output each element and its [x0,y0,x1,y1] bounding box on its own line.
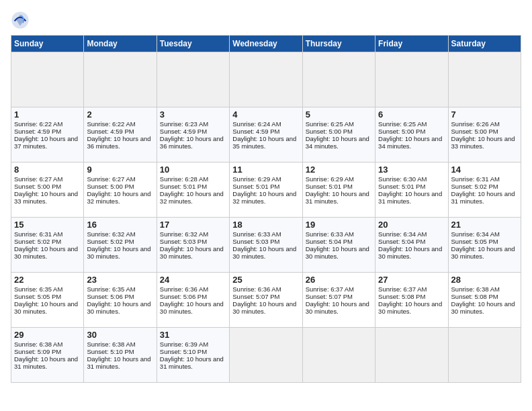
calendar-cell [448,52,521,107]
calendar-cell: 18 Sunrise: 6:33 AM Sunset: 5:03 PM Dayl… [230,218,302,273]
daylight-label: Daylight: 10 hours and 34 minutes. [306,135,369,150]
sunset-label: Sunset: 5:09 PM [14,348,61,355]
column-header-friday: Friday [375,36,448,52]
calendar-cell: 10 Sunrise: 6:28 AM Sunset: 5:01 PM Dayl… [157,163,229,218]
sunset-label: Sunset: 5:01 PM [232,183,279,190]
calendar-cell: 9 Sunrise: 6:27 AM Sunset: 5:00 PM Dayli… [84,163,157,218]
calendar-cell: 2 Sunrise: 6:22 AM Sunset: 4:59 PM Dayli… [84,107,157,163]
sunset-label: Sunset: 5:10 PM [87,348,134,355]
daylight-label: Daylight: 10 hours and 31 minutes. [451,190,515,205]
sunrise-label: Sunrise: 6:29 AM [232,175,281,183]
daylight-label: Daylight: 10 hours and 30 minutes. [160,300,224,315]
calendar-cell: 1 Sunrise: 6:22 AM Sunset: 4:59 PM Dayli… [11,107,84,163]
daylight-label: Daylight: 10 hours and 33 minutes. [451,135,515,150]
sunrise-label: Sunrise: 6:31 AM [14,230,62,238]
sunrise-label: Sunrise: 6:31 AM [451,175,500,183]
sunset-label: Sunset: 4:59 PM [232,128,279,135]
daylight-label: Daylight: 10 hours and 31 minutes. [87,355,150,370]
sunrise-label: Sunrise: 6:38 AM [451,285,500,293]
calendar-cell [230,328,302,383]
day-number: 9 [87,165,153,175]
sunset-label: Sunset: 5:05 PM [14,293,61,300]
sunrise-label: Sunrise: 6:37 AM [306,285,354,293]
sunrise-label: Sunrise: 6:25 AM [378,120,427,128]
sunrise-label: Sunrise: 6:39 AM [160,340,208,348]
calendar-cell [230,52,302,107]
day-number: 28 [451,275,518,285]
page-container: SundayMondayTuesdayWednesdayThursdayFrid… [0,0,532,388]
calendar-cell: 30 Sunrise: 6:38 AM Sunset: 5:10 PM Dayl… [84,328,157,383]
sunrise-label: Sunrise: 6:27 AM [14,175,62,183]
sunrise-label: Sunrise: 6:25 AM [306,120,354,128]
calendar-cell: 13 Sunrise: 6:30 AM Sunset: 5:01 PM Dayl… [375,163,448,218]
calendar-cell: 27 Sunrise: 6:37 AM Sunset: 5:08 PM Dayl… [375,273,448,328]
calendar-cell: 19 Sunrise: 6:33 AM Sunset: 5:04 PM Dayl… [302,218,375,273]
calendar-cell: 21 Sunrise: 6:34 AM Sunset: 5:05 PM Dayl… [448,218,521,273]
daylight-label: Daylight: 10 hours and 30 minutes. [14,245,78,260]
day-number: 7 [451,109,518,120]
daylight-label: Daylight: 10 hours and 30 minutes. [87,300,150,315]
day-number: 20 [378,220,445,230]
sunset-label: Sunset: 5:00 PM [14,183,61,190]
sunset-label: Sunset: 5:03 PM [232,238,279,245]
logo [11,11,32,30]
sunrise-label: Sunrise: 6:34 AM [378,230,427,238]
calendar-cell: 12 Sunrise: 6:29 AM Sunset: 5:01 PM Dayl… [302,163,375,218]
calendar-cell: 29 Sunrise: 6:38 AM Sunset: 5:09 PM Dayl… [11,328,84,383]
calendar-cell: 17 Sunrise: 6:32 AM Sunset: 5:03 PM Dayl… [157,218,229,273]
week-row-1: 1 Sunrise: 6:22 AM Sunset: 4:59 PM Dayli… [11,107,521,163]
sunrise-label: Sunrise: 6:35 AM [87,285,135,293]
sunrise-label: Sunrise: 6:33 AM [306,230,354,238]
week-row-0 [11,52,521,107]
daylight-label: Daylight: 10 hours and 31 minutes. [306,190,369,205]
day-number: 16 [87,220,153,230]
calendar-cell: 11 Sunrise: 6:29 AM Sunset: 5:01 PM Dayl… [230,163,302,218]
calendar-cell: 20 Sunrise: 6:34 AM Sunset: 5:04 PM Dayl… [375,218,448,273]
sunset-label: Sunset: 5:02 PM [451,183,498,190]
sunset-label: Sunset: 5:01 PM [378,183,425,190]
sunset-label: Sunset: 5:00 PM [378,128,425,135]
sunset-label: Sunset: 5:00 PM [451,128,498,135]
sunrise-label: Sunrise: 6:36 AM [232,285,281,293]
calendar-cell [84,52,157,107]
day-number: 17 [160,220,226,230]
day-number: 24 [160,275,226,285]
day-number: 4 [232,109,299,120]
daylight-label: Daylight: 10 hours and 30 minutes. [14,300,78,315]
sunset-label: Sunset: 5:04 PM [378,238,425,245]
sunrise-label: Sunrise: 6:22 AM [14,120,62,128]
sunset-label: Sunset: 5:06 PM [160,293,207,300]
daylight-label: Daylight: 10 hours and 31 minutes. [160,355,224,370]
week-row-4: 22 Sunrise: 6:35 AM Sunset: 5:05 PM Dayl… [11,273,521,328]
daylight-label: Daylight: 10 hours and 32 minutes. [87,190,150,205]
sunrise-label: Sunrise: 6:23 AM [160,120,208,128]
calendar-cell: 28 Sunrise: 6:38 AM Sunset: 5:08 PM Dayl… [448,273,521,328]
sunset-label: Sunset: 5:02 PM [14,238,61,245]
daylight-label: Daylight: 10 hours and 35 minutes. [232,135,296,150]
calendar-cell: 5 Sunrise: 6:25 AM Sunset: 5:00 PM Dayli… [302,107,375,163]
daylight-label: Daylight: 10 hours and 31 minutes. [378,190,442,205]
day-number: 22 [14,275,81,285]
sunset-label: Sunset: 4:59 PM [14,128,61,135]
calendar-cell: 15 Sunrise: 6:31 AM Sunset: 5:02 PM Dayl… [11,218,84,273]
sunset-label: Sunset: 5:06 PM [87,293,134,300]
sunrise-label: Sunrise: 6:26 AM [451,120,500,128]
calendar-cell: 31 Sunrise: 6:39 AM Sunset: 5:10 PM Dayl… [157,328,229,383]
daylight-label: Daylight: 10 hours and 30 minutes. [232,245,296,260]
header-row: SundayMondayTuesdayWednesdayThursdayFrid… [11,36,521,52]
daylight-label: Daylight: 10 hours and 32 minutes. [232,190,296,205]
day-number: 15 [14,220,81,230]
week-row-5: 29 Sunrise: 6:38 AM Sunset: 5:09 PM Dayl… [11,328,521,383]
calendar-cell: 16 Sunrise: 6:32 AM Sunset: 5:02 PM Dayl… [84,218,157,273]
daylight-label: Daylight: 10 hours and 30 minutes. [451,245,515,260]
sunrise-label: Sunrise: 6:29 AM [306,175,354,183]
week-row-3: 15 Sunrise: 6:31 AM Sunset: 5:02 PM Dayl… [11,218,521,273]
day-number: 30 [87,330,153,340]
sunrise-label: Sunrise: 6:37 AM [378,285,427,293]
daylight-label: Daylight: 10 hours and 37 minutes. [14,135,78,150]
day-number: 2 [87,109,153,120]
day-number: 23 [87,275,153,285]
day-number: 12 [306,165,372,175]
calendar-cell: 8 Sunrise: 6:27 AM Sunset: 5:00 PM Dayli… [11,163,84,218]
sunset-label: Sunset: 5:08 PM [451,293,498,300]
